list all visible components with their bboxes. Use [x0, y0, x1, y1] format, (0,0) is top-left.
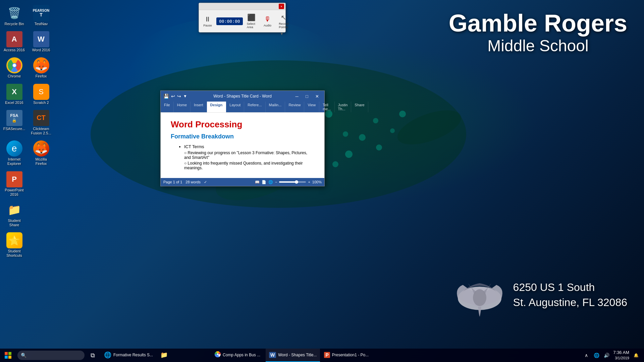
print-layout-icon[interactable]: 📄	[262, 180, 266, 184]
desktop-icon-recycle-bin[interactable]: 🗑️ Recycle Bin	[2, 3, 27, 28]
mozilla-icon: 🦊	[33, 140, 49, 157]
ie-icon: e	[6, 140, 22, 157]
taskbar-chrome-icon	[215, 351, 221, 359]
tab-layout[interactable]: Layout	[226, 102, 244, 112]
recording-toolbar-body: ⏸ Pause 00:00:00 ⬛ Select Area 🎙 Audio ↖…	[199, 10, 285, 32]
start-button[interactable]	[0, 349, 16, 362]
taskbar-app-explorer[interactable]: 📁	[157, 349, 211, 362]
zoom-thumb	[295, 180, 298, 184]
school-footer: 6250 US 1 South St. Augustine, FL 32086	[453, 268, 627, 322]
desktop-icon-ie[interactable]: e Internet Explorer	[2, 139, 27, 168]
taskbar-chevron-icon[interactable]: ∧	[582, 351, 590, 359]
tab-mailings[interactable]: Mailin...	[266, 102, 285, 112]
select-area-label: Select Area	[247, 22, 256, 29]
taskbar-search-box[interactable]: 🔍	[17, 351, 85, 360]
desktop-icon-scratch[interactable]: S Scratch 2	[29, 82, 54, 107]
access-icon: A	[6, 31, 22, 47]
taskbar-chrome-label: Comp Apps in Bus ...	[223, 353, 260, 357]
tab-tell-me[interactable]: Tell me...	[319, 102, 334, 112]
taskbar-clock[interactable]: 7:36 AM 3/1/2019	[613, 350, 629, 360]
word-document-content: Word Processing Formative Breakdown ICT …	[161, 113, 324, 178]
svg-rect-42	[8, 352, 11, 355]
ppt-label: PowerPoint 2016	[3, 188, 25, 197]
desktop-icon-chrome[interactable]: Chrome	[2, 56, 27, 80]
desktop-icon-student-share[interactable]: 📁 Student Share	[2, 200, 27, 229]
desktop-icon-student-shortcuts[interactable]: ⭐ Student Shortcuts	[2, 231, 27, 259]
toolbar-expand-arrow[interactable]: ▼	[280, 32, 284, 36]
school-name-line2: Middle School	[449, 37, 627, 55]
web-layout-icon[interactable]: 🌐	[268, 180, 273, 184]
word-redo-icon[interactable]: ↪	[177, 94, 181, 99]
audio-button[interactable]: 🎙 Audio	[260, 14, 275, 28]
word-minimize-button[interactable]: ─	[292, 92, 302, 100]
taskbar-system-icons: ∧ 🌐 🔊	[582, 351, 610, 359]
tab-user[interactable]: Justin Th...	[335, 102, 352, 112]
desktop-icon-firefox[interactable]: 🦊 Firefox	[29, 56, 54, 80]
taskbar-app-chrome[interactable]: Comp Apps in Bus ...	[211, 349, 265, 362]
desktop-icon-fsa[interactable]: FSA🔒 FSASecure...	[2, 108, 27, 137]
taskbar-app-word[interactable]: W Word - Shapes Title...	[266, 349, 320, 362]
tab-view[interactable]: View	[304, 102, 319, 112]
school-logo	[453, 268, 506, 322]
audio-label: Audio	[264, 24, 271, 27]
proofing-icon[interactable]: ✓	[204, 180, 207, 184]
tab-review[interactable]: Review	[285, 102, 304, 112]
word-quick-access-more[interactable]: ▼	[183, 94, 187, 99]
zoom-fill	[279, 181, 295, 183]
tab-file[interactable]: File	[161, 102, 174, 112]
clickteam-label: Clickteam Fusion 2.5...	[30, 127, 52, 135]
taskbar-explorer-icon: 📁	[160, 351, 168, 359]
recording-toolbar-close[interactable]: ×	[279, 4, 284, 9]
tab-references[interactable]: Refere...	[244, 102, 265, 112]
word-icon: W	[33, 31, 49, 47]
desktop-icon-testnav[interactable]: PEARSONT TestNav	[29, 3, 54, 28]
zoom-slider[interactable]	[279, 181, 306, 183]
tab-share[interactable]: Share	[351, 102, 368, 112]
zoom-plus[interactable]: +	[308, 180, 310, 184]
desktop-icon-mozilla[interactable]: 🦊 Mozilla Firefox	[29, 139, 54, 168]
recycle-bin-label: Recycle Bin	[4, 22, 24, 26]
desktop-icon-excel[interactable]: X Excel 2016	[2, 82, 27, 107]
taskbar-volume-icon[interactable]: 🔊	[602, 351, 610, 359]
record-pointer-button[interactable]: ↖ Record Pointer	[276, 12, 291, 30]
student-share-icon: 📁	[6, 202, 22, 218]
taskbar-app-ie[interactable]: 🌐 Formative Results S...	[101, 349, 156, 362]
record-pointer-label: Record Pointer	[279, 22, 288, 29]
zoom-minus[interactable]: −	[275, 180, 277, 184]
clickteam-icon: CT	[33, 110, 49, 126]
taskbar-ppt-icon: P	[324, 352, 330, 358]
chrome-label: Chrome	[8, 74, 21, 78]
ppt-icon: P	[6, 171, 22, 187]
taskbar: 🔍 ⧉ 🌐 Formative Results S... 📁	[0, 349, 644, 362]
taskbar-ppt-label: Presentation1 - Po...	[332, 353, 369, 357]
taskbar-app-ppt[interactable]: P Presentation1 - Po...	[321, 349, 374, 362]
tab-insert[interactable]: Insert	[191, 102, 207, 112]
word-label: Word 2016	[32, 48, 50, 52]
desktop-icon-word[interactable]: W Word 2016	[29, 29, 54, 54]
word-maximize-button[interactable]: □	[302, 92, 312, 100]
desktop-icon-ppt[interactable]: P PowerPoint 2016	[2, 170, 27, 198]
word-save-icon[interactable]: 💾	[163, 94, 169, 99]
record-pointer-icon: ↖	[281, 13, 286, 21]
select-area-button[interactable]: ⬛ Select Area	[244, 12, 259, 30]
word-undo-icon[interactable]: ↩	[171, 94, 175, 99]
read-mode-icon[interactable]: 📖	[255, 180, 260, 184]
time-display: 00:00:00	[216, 17, 243, 25]
pause-button[interactable]: ⏸ Pause	[200, 14, 215, 28]
word-window-title: Word - Shapes Title Card - Word	[213, 94, 272, 99]
ribbon-tab-bar: File Home Insert Design Layout Refere...…	[161, 102, 324, 112]
desktop-icon-access[interactable]: A Access 2016	[2, 29, 27, 54]
desktop-icon-clickteam[interactable]: CT Clickteam Fusion 2.5...	[29, 108, 54, 137]
taskbar-network-icon[interactable]: 🌐	[592, 351, 600, 359]
word-close-button[interactable]: ✕	[312, 92, 322, 100]
status-right: 📖 📄 🌐 − + 100%	[255, 180, 322, 184]
word-status-bar: Page 1 of 1 28 words ✓ 📖 📄 🌐 − + 100%	[161, 178, 324, 186]
testnav-label: TestNav	[35, 22, 48, 26]
taskbar-ie-label: Formative Results S...	[113, 353, 153, 357]
audio-icon: 🎙	[264, 15, 271, 23]
taskbar-notification-icon[interactable]: 🔔	[632, 351, 640, 359]
tab-design[interactable]: Design	[207, 102, 226, 112]
task-view-button[interactable]: ⧉	[86, 349, 99, 362]
tab-home[interactable]: Home	[174, 102, 191, 112]
scratch-icon: S	[33, 84, 49, 100]
